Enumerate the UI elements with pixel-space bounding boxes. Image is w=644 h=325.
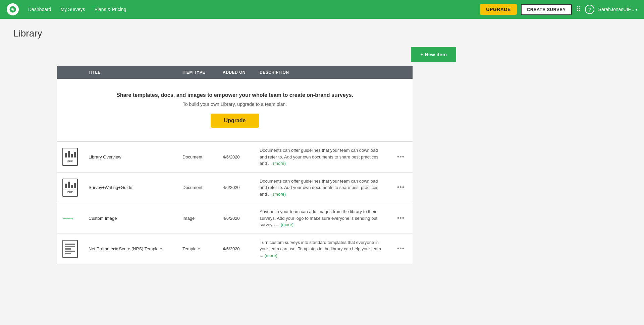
item-icon-cell [57,234,83,264]
item-date: 4/6/2020 [217,203,254,234]
item-icon-cell: SurveyMonkey [57,203,83,234]
table-row: PDF Survey+Writing+Guide Document 4/6/20… [57,172,413,203]
template-icon [62,240,78,258]
apps-icon[interactable]: ⠿ [576,5,581,13]
item-description: Turn custom surveys into standard templa… [254,234,389,264]
item-icon-cell: PDF [57,142,83,173]
more-actions-button[interactable]: ••• [394,152,407,162]
library-table: TITLE ITEM TYPE ADDED ON DESCRIPTION Sha… [57,66,413,264]
col-title-header: TITLE [83,66,177,79]
more-link[interactable]: (more) [273,192,286,197]
header-right: UPGRADE CREATE SURVEY ⠿ ? SarahJonasUIF.… [480,4,637,15]
nav-my-surveys[interactable]: My Surveys [61,7,85,12]
item-title[interactable]: Library Overview [83,142,177,173]
main-header: Dashboard My Surveys Plans & Pricing UPG… [0,0,644,19]
item-type: Template [177,234,217,264]
library-table-container: TITLE ITEM TYPE ADDED ON DESCRIPTION Sha… [57,66,413,264]
item-icon-cell: PDF [57,172,83,203]
table-header: TITLE ITEM TYPE ADDED ON DESCRIPTION [57,66,413,79]
item-actions-cell: ••• [389,142,413,173]
item-date: 4/6/2020 [217,142,254,173]
col-actions-header [389,66,413,79]
table-wrapper: TITLE ITEM TYPE ADDED ON DESCRIPTION Sha… [13,66,456,264]
item-actions-cell: ••• [389,203,413,234]
col-type-header: ITEM TYPE [177,66,217,79]
pdf-icon: PDF [62,179,78,197]
help-icon[interactable]: ? [585,5,594,14]
more-link[interactable]: (more) [273,161,286,166]
logo[interactable] [7,3,19,15]
user-name: SarahJonasUIF... [598,7,634,12]
more-actions-button[interactable]: ••• [394,183,407,192]
item-title[interactable]: Net Promoter® Score (NPS) Template [83,234,177,264]
new-item-button[interactable]: + New item [411,47,456,62]
page-content: Library + New item TITLE ITEM TYPE ADDED… [0,19,470,274]
item-date: 4/6/2020 [217,234,254,264]
more-link[interactable]: (more) [281,222,293,227]
user-chevron-icon: ▾ [636,8,637,11]
create-survey-button[interactable]: CREATE SURVEY [521,4,572,15]
item-actions-cell: ••• [389,172,413,203]
empty-state-row: Share templates, docs, and images to emp… [57,79,413,142]
svg-point-1 [12,9,13,10]
table-body: Share templates, docs, and images to emp… [57,79,413,264]
empty-state-cell: Share templates, docs, and images to emp… [57,79,413,142]
item-actions-cell: ••• [389,234,413,264]
item-description: Anyone in your team can add images from … [254,203,389,234]
empty-state-main: Share templates, docs, and images to emp… [64,92,406,98]
col-date-header: ADDED ON [217,66,254,79]
table-row: SurveyMonkey Custom Image Image 4/6/2020… [57,203,413,234]
col-desc-header: DESCRIPTION [254,66,389,79]
upgrade-button[interactable]: UPGRADE [480,4,517,15]
table-row: Net Promoter® Score (NPS) Template Templ… [57,234,413,264]
pdf-icon: PDF [62,148,78,166]
nav-plans-pricing[interactable]: Plans & Pricing [95,7,126,12]
user-menu[interactable]: SarahJonasUIF... ▾ [598,7,637,12]
svg-text:SurveyMonkey: SurveyMonkey [62,218,73,219]
empty-state: Share templates, docs, and images to emp… [57,79,413,141]
item-type: Document [177,142,217,173]
item-type: Image [177,203,217,234]
more-actions-button[interactable]: ••• [394,213,407,223]
more-link[interactable]: (more) [264,253,277,258]
image-icon: SurveyMonkey [62,210,78,226]
item-type: Document [177,172,217,203]
item-description: Documents can offer guidelines that your… [254,142,389,173]
item-description: Documents can offer guidelines that your… [254,172,389,203]
page-title: Library [13,28,456,39]
action-bar: + New item [13,47,456,62]
item-title[interactable]: Survey+Writing+Guide [83,172,177,203]
more-actions-button[interactable]: ••• [394,244,407,254]
item-date: 4/6/2020 [217,172,254,203]
main-nav: Dashboard My Surveys Plans & Pricing [28,7,471,12]
item-title[interactable]: Custom Image [83,203,177,234]
empty-upgrade-button[interactable]: Upgrade [211,114,259,128]
empty-state-sub: To build your own Library, upgrade to a … [64,102,406,107]
table-row: PDF Library Overview Document 4/6/2020 D… [57,142,413,173]
col-icon-header [57,66,83,79]
nav-dashboard[interactable]: Dashboard [28,7,51,12]
